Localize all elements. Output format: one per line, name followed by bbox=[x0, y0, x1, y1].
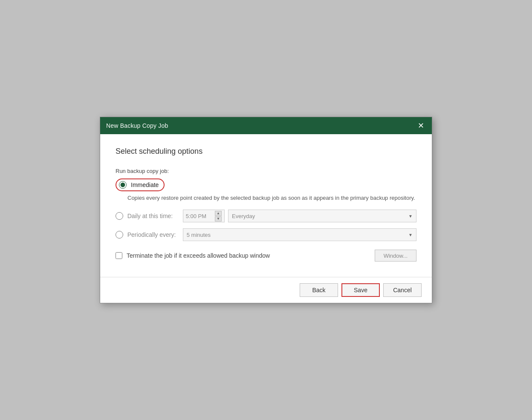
daily-option-row: Daily at this time: 5:00 PM ▲ ▼ Everyday… bbox=[116, 210, 416, 222]
dialog-titlebar: New Backup Copy Job ✕ bbox=[100, 117, 432, 134]
close-button[interactable]: ✕ bbox=[416, 122, 426, 129]
terminate-checkbox-row: Terminate the job if it exceeds allowed … bbox=[116, 250, 416, 262]
new-backup-copy-job-dialog: New Backup Copy Job ✕ Select scheduling … bbox=[100, 117, 432, 304]
terminate-label[interactable]: Terminate the job if it exceeds allowed … bbox=[127, 252, 270, 259]
interval-dropdown-arrow-icon: ▼ bbox=[408, 233, 413, 237]
daily-label[interactable]: Daily at this time: bbox=[127, 213, 183, 219]
daily-radio[interactable] bbox=[116, 212, 123, 220]
terminate-checkbox[interactable] bbox=[116, 252, 122, 259]
frequency-value: Everyday bbox=[232, 213, 408, 219]
spin-up[interactable]: ▲ bbox=[215, 211, 222, 216]
dialog-title: New Backup Copy Job bbox=[106, 122, 168, 129]
run-label: Run backup copy job: bbox=[116, 168, 416, 174]
back-button[interactable]: Back bbox=[300, 283, 338, 297]
time-value: 5:00 PM bbox=[186, 213, 215, 219]
spin-down[interactable]: ▼ bbox=[215, 216, 222, 222]
cancel-button[interactable]: Cancel bbox=[383, 283, 422, 297]
section-heading: Select scheduling options bbox=[116, 147, 416, 156]
immediate-radio-row: Immediate bbox=[119, 181, 159, 189]
immediate-description: Copies every restore point created by th… bbox=[127, 194, 416, 202]
time-spinner[interactable]: ▲ ▼ bbox=[215, 211, 222, 222]
periodically-label[interactable]: Periodically every: bbox=[127, 231, 183, 238]
immediate-radio[interactable] bbox=[119, 181, 127, 189]
immediate-label[interactable]: Immediate bbox=[131, 181, 159, 188]
interval-value: 5 minutes bbox=[187, 232, 408, 238]
immediate-option-wrapper: Immediate bbox=[116, 178, 165, 191]
window-button[interactable]: Window... bbox=[375, 250, 416, 262]
dropdown-arrow-icon: ▼ bbox=[408, 214, 413, 219]
periodically-option-row: Periodically every: 5 minutes ▼ bbox=[116, 228, 416, 241]
save-button[interactable]: Save bbox=[341, 283, 380, 297]
dialog-footer: Back Save Cancel bbox=[100, 277, 432, 303]
frequency-dropdown[interactable]: Everyday ▼ bbox=[228, 210, 416, 222]
time-input[interactable]: 5:00 PM ▲ ▼ bbox=[183, 210, 225, 222]
interval-dropdown[interactable]: 5 minutes ▼ bbox=[183, 228, 416, 241]
periodically-radio[interactable] bbox=[116, 231, 123, 239]
dialog-body: Select scheduling options Run backup cop… bbox=[100, 134, 432, 277]
